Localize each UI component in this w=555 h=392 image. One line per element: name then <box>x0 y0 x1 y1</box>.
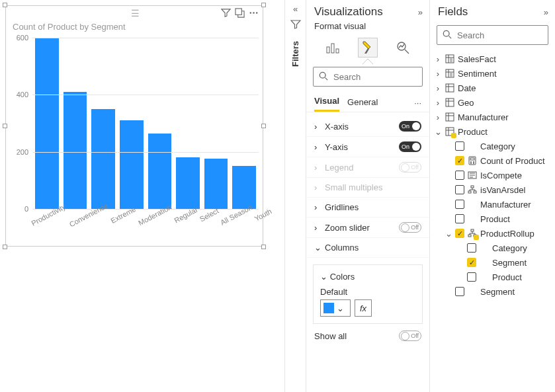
xaxis-toggle[interactable]: On <box>399 121 421 132</box>
format-search-box[interactable] <box>313 67 423 87</box>
resize-handle[interactable] <box>261 124 266 128</box>
tabs-more-icon[interactable]: ··· <box>414 98 421 108</box>
field-row[interactable]: ›Sentiment <box>430 66 555 81</box>
collapse-panel-icon[interactable]: » <box>418 7 423 17</box>
collapse-panel-icon[interactable]: » <box>544 7 548 17</box>
bar[interactable] <box>120 120 144 209</box>
format-columns-row[interactable]: ⌄Columns <box>306 238 429 258</box>
panel-subtitle: Format visual <box>306 21 429 35</box>
color-default-label: Default <box>320 287 415 297</box>
svg-rect-28 <box>474 235 476 237</box>
field-row[interactable]: Category <box>430 139 555 153</box>
color-picker-button[interactable]: ⌄ <box>320 299 351 317</box>
bar[interactable] <box>176 157 200 209</box>
field-icon <box>467 214 478 224</box>
yaxis-toggle[interactable]: On <box>399 141 421 152</box>
field-row[interactable]: ⌄✓ProductRollup <box>430 226 555 241</box>
bar-chart-visual[interactable]: ☰ Count of Product by Segment 0200400600… <box>5 5 263 247</box>
report-canvas[interactable]: ☰ Count of Product by Segment 0200400600… <box>0 0 284 392</box>
focus-mode-icon[interactable] <box>235 8 245 20</box>
visualizations-panel: Visualizations » Format visual Visual Ge… <box>306 0 429 392</box>
zoom-toggle[interactable]: Off <box>399 222 421 233</box>
resize-handle[interactable] <box>3 245 7 249</box>
more-options-icon[interactable] <box>249 8 259 20</box>
field-row[interactable]: Product <box>430 212 555 226</box>
field-label: Category <box>480 141 550 151</box>
search-icon <box>443 30 452 41</box>
tab-general[interactable]: General <box>347 95 378 111</box>
chevron-icon: › <box>434 69 442 79</box>
bar[interactable] <box>232 166 256 209</box>
field-label: Segment <box>492 258 550 268</box>
fields-search-box[interactable] <box>437 25 548 45</box>
bar[interactable] <box>204 159 228 209</box>
svg-rect-15 <box>446 128 454 136</box>
field-row[interactable]: ✓Segment <box>430 255 555 270</box>
field-icon <box>467 141 478 151</box>
field-row[interactable]: Category <box>430 241 555 255</box>
chevron-right-icon: › <box>314 202 321 212</box>
filters-pane-collapsed[interactable]: « Filters <box>284 0 306 392</box>
checkbox[interactable] <box>455 171 464 180</box>
field-row[interactable]: ⌄Product <box>430 124 555 139</box>
fx-button[interactable]: fx <box>355 299 372 317</box>
checkbox[interactable] <box>467 272 476 282</box>
checkbox[interactable] <box>455 185 464 194</box>
drag-grip-icon[interactable]: ☰ <box>131 8 138 19</box>
expand-filters-icon[interactable]: « <box>293 4 298 14</box>
field-row[interactable]: Product <box>430 270 555 284</box>
chevron-down-icon[interactable]: ⌄ <box>320 272 327 282</box>
field-row[interactable]: ›Date <box>430 81 555 95</box>
checkbox[interactable]: ✓ <box>455 156 464 165</box>
svg-rect-27 <box>468 235 471 237</box>
checkbox[interactable] <box>455 141 464 151</box>
bar[interactable] <box>64 92 87 209</box>
chart-title: Count of Product by Segment <box>6 20 263 34</box>
field-row[interactable]: isVanArsdel <box>430 182 555 197</box>
checkbox[interactable]: ✓ <box>467 258 476 267</box>
field-icon <box>445 112 455 122</box>
field-row[interactable]: ✓Count of Product <box>430 153 555 168</box>
filter-icon[interactable] <box>290 19 301 32</box>
field-row[interactable]: Segment <box>430 284 555 299</box>
resize-handle[interactable] <box>3 124 7 128</box>
checkbox[interactable] <box>455 287 464 296</box>
chevron-right-icon: › <box>314 223 321 233</box>
field-label: Product <box>492 272 550 282</box>
field-row[interactable]: Manufacturer <box>430 197 555 212</box>
checkbox[interactable] <box>467 243 476 253</box>
tab-visual[interactable]: Visual <box>314 93 339 112</box>
checkbox[interactable] <box>455 214 464 223</box>
colors-card: ⌄ Colors Default ⌄ fx <box>313 264 423 324</box>
bar[interactable] <box>148 134 172 209</box>
field-row[interactable]: ›Manufacturer <box>430 110 555 124</box>
format-xaxis-row[interactable]: ›X-axisOn <box>306 116 429 137</box>
field-icon <box>445 54 455 64</box>
field-row[interactable]: ›Geo <box>430 95 555 110</box>
format-zoom-row[interactable]: ›Zoom sliderOff <box>306 217 429 238</box>
build-visual-button[interactable] <box>323 38 343 58</box>
field-icon <box>445 68 455 79</box>
svg-point-18 <box>470 161 471 162</box>
svg-rect-13 <box>446 98 454 106</box>
checkbox[interactable] <box>455 200 464 209</box>
format-yaxis-row[interactable]: ›Y-axisOn <box>306 137 429 157</box>
bar[interactable] <box>35 38 59 209</box>
field-label: IsCompete <box>480 171 550 180</box>
svg-rect-12 <box>446 84 454 92</box>
fields-search-input[interactable] <box>456 30 555 41</box>
format-gridlines-row[interactable]: ›Gridlines <box>306 198 429 217</box>
bar[interactable] <box>91 109 115 209</box>
format-visual-button[interactable] <box>358 38 378 58</box>
analytics-button[interactable] <box>393 38 413 58</box>
show-all-toggle[interactable]: Off <box>399 331 421 341</box>
svg-point-2 <box>253 12 254 13</box>
field-row[interactable]: ›SalesFact <box>430 52 555 66</box>
filter-icon[interactable] <box>221 8 231 20</box>
checkbox[interactable]: ✓ <box>455 229 464 238</box>
svg-point-3 <box>256 12 257 13</box>
svg-point-20 <box>470 163 471 163</box>
resize-handle[interactable] <box>261 245 266 249</box>
field-row[interactable]: IsCompete <box>430 168 555 182</box>
svg-rect-6 <box>336 49 339 53</box>
